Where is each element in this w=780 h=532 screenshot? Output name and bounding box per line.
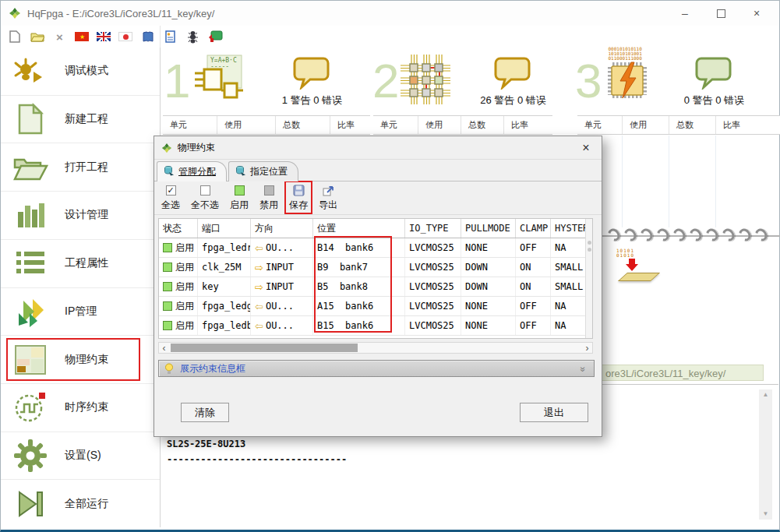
column-header: 比率 — [330, 116, 370, 134]
button-label: 全不选 — [191, 199, 219, 212]
column-header: 总数 — [669, 116, 716, 134]
table-horizontal-scrollbar[interactable]: ‹ › — [158, 342, 593, 354]
button-label: 全选 — [161, 199, 180, 212]
dialog-close-button[interactable]: × — [577, 139, 595, 157]
enable-button[interactable]: 启用 — [230, 185, 249, 212]
step-2: 2 26 警告 0 错误 — [372, 49, 558, 113]
direction-arrow-icon: ⇦ — [255, 301, 263, 312]
sidebar-item-label: 调试模式 — [65, 64, 108, 78]
scroll-down-icon[interactable]: ▼ — [763, 511, 769, 517]
close-button[interactable]: × — [739, 1, 775, 26]
column-header: PULLMODE — [461, 219, 516, 238]
language-chinese-icon[interactable]: ★ — [75, 32, 89, 41]
new-project-icon — [12, 101, 49, 137]
sidebar-item-ip-manage[interactable]: IP管理 — [1, 288, 160, 336]
sidebar-item-label: IP管理 — [65, 305, 97, 319]
table-row[interactable]: 启用key⇨INPUTB5 bank8LVCMOS25DOWNONSMALL — [159, 277, 592, 297]
scrollbar-thumb[interactable] — [171, 344, 358, 352]
sidebar-item-physical-constraints[interactable]: 物理约束 — [1, 336, 160, 384]
select-none-button[interactable]: 全不选 — [191, 185, 219, 212]
clamp-cell: OFF — [516, 297, 551, 315]
sidebar-item-new-project[interactable]: 新建工程 — [1, 96, 160, 144]
table-row[interactable]: 启用clk_25M⇨INPUTB9 bank7LVCMOS25DOWNONSMA… — [159, 258, 592, 277]
maximize-button[interactable] — [703, 1, 739, 26]
sidebar-item-open-project[interactable]: 打开工程 — [1, 143, 160, 192]
chip-program-icon: 000101010110 101010101001 011000111000 — [603, 50, 650, 112]
project-props-icon — [12, 245, 49, 281]
ip-manage-icon — [12, 294, 49, 329]
column-header: 总数 — [276, 116, 330, 134]
open-file-icon[interactable] — [30, 30, 44, 44]
app-window: HqFpga - E:/iCore3L/iCore3L/11_key/key/ … — [0, 0, 780, 532]
debug-icon[interactable] — [185, 30, 200, 44]
sidebar-item-label: 新建工程 — [65, 112, 108, 126]
resource-table-3-body — [577, 136, 780, 227]
pullmode-cell: NONE — [461, 316, 516, 335]
dialog-title-bar: 物理约束 — [154, 136, 602, 160]
step-1: 1 Y=A+B·C----- 1 警告 0 错误 — [164, 49, 357, 113]
table-row[interactable]: 启用fpga_ledr⇦OU...B14 bank6LVCMOS25NONEOF… — [159, 238, 592, 258]
save-button[interactable]: 保存 — [289, 185, 308, 212]
sidebar-item-debug-mode[interactable]: 调试模式 — [1, 48, 160, 96]
save-floppy-icon — [293, 185, 305, 196]
settings-icon — [12, 438, 49, 474]
column-header: IO_TYPE — [405, 219, 461, 238]
status-cell: 启用 — [159, 297, 198, 315]
table-row[interactable]: 启用fpga_ledb⇦OU...B15 bank6LVCMOS25NONEOF… — [159, 316, 592, 336]
report-doc-icon[interactable] — [163, 30, 178, 44]
scroll-left-icon[interactable]: ‹ — [159, 343, 169, 353]
success-bubble-icon — [694, 55, 733, 93]
dialog-title: 物理约束 — [178, 141, 215, 154]
io-type-cell: LVCMOS25 — [405, 238, 461, 257]
sidebar-item-settings[interactable]: 设置(S) — [1, 432, 160, 481]
new-file-icon[interactable] — [7, 30, 22, 44]
pullmode-cell: DOWN — [461, 277, 516, 296]
enabled-square-icon — [163, 262, 172, 272]
tab-specify-location[interactable]: 指定位置 — [228, 161, 298, 181]
binding-ring — [704, 227, 720, 244]
column-header: 状态 — [159, 219, 198, 238]
exit-run-icon[interactable] — [208, 30, 223, 44]
sidebar-item-label: 设计管理 — [65, 208, 108, 222]
exit-button[interactable]: 退出 — [520, 403, 588, 422]
collapse-chevron-icon[interactable]: » — [578, 367, 589, 372]
sidebar-item-project-props[interactable]: 工程属性 — [1, 240, 160, 288]
run-all-icon — [12, 486, 49, 522]
export-button[interactable]: 导出 — [319, 185, 337, 212]
constraint-info-bar[interactable]: 展示约束信息框 » — [158, 360, 595, 377]
scroll-up-icon[interactable]: ▲ — [763, 392, 769, 398]
port-cell: fpga_ledb — [198, 316, 251, 335]
clear-button[interactable]: 清除 — [181, 403, 229, 422]
log-scrollbar[interactable]: ▲ ▼ — [759, 389, 772, 520]
info-bar-label: 展示约束信息框 — [180, 362, 245, 375]
main-toolbar: × ★ — [1, 26, 779, 48]
binding-ring — [605, 227, 622, 244]
select-all-button[interactable]: ✓ 全选 — [161, 185, 180, 212]
pin-icon — [164, 165, 175, 178]
sidebar-item-timing-constraints[interactable]: 时序约束 — [1, 384, 160, 432]
table-row[interactable]: 启用fpga_ledg⇦OU...A15 bank6LVCMOS25NONEOF… — [159, 297, 592, 316]
status-cell: 启用 — [159, 316, 198, 335]
resource-table-2: 单元 使用 总数 比率 — [373, 115, 552, 135]
close-project-icon[interactable]: × — [52, 30, 67, 44]
direction-cell: ⇨INPUT — [251, 258, 313, 277]
enable-square-icon — [235, 185, 245, 196]
direction-arrow-icon: ⇨ — [255, 262, 263, 273]
sidebar-item-label: 打开工程 — [65, 160, 108, 174]
resource-table-1: 单元 使用 总数 比率 — [163, 115, 370, 135]
language-japanese-icon[interactable] — [118, 32, 132, 41]
disable-button[interactable]: 禁用 — [259, 185, 278, 212]
spiral-binding — [609, 228, 767, 241]
table-vertical-scrollbar[interactable] — [585, 219, 592, 338]
sidebar-item-design-manage[interactable]: 设计管理 — [1, 192, 160, 240]
status-cell: 启用 — [159, 238, 198, 257]
pullmode-cell: DOWN — [461, 258, 516, 277]
minimize-button[interactable]: – — [667, 1, 703, 26]
sidebar-item-run-all[interactable]: 全部运行 — [1, 480, 160, 527]
language-english-icon[interactable] — [97, 32, 111, 41]
scroll-right-icon[interactable]: › — [582, 343, 592, 353]
column-header: 使用 — [623, 116, 669, 134]
help-book-icon[interactable] — [140, 30, 155, 44]
tab-pin-assignment[interactable]: 管脚分配 — [157, 161, 227, 181]
open-project-icon — [12, 150, 49, 185]
